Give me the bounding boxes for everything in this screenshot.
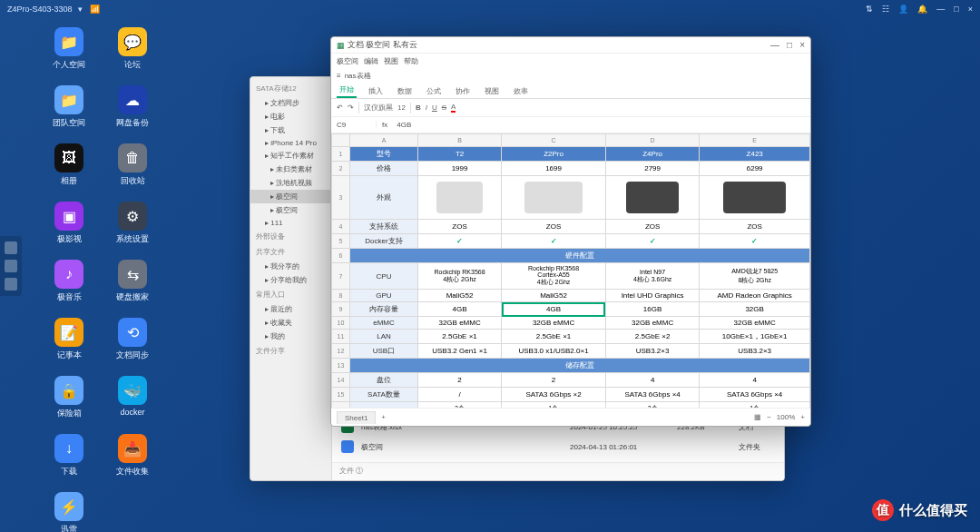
cell[interactable]: 2 [417,373,501,388]
maximize-button[interactable]: □ [787,40,792,50]
device-title[interactable]: Z4Pro-S403-3308 [7,5,73,14]
cell[interactable]: Z423 [700,147,810,162]
font-color-button[interactable]: A [451,103,456,113]
row-header[interactable]: 13 [332,359,350,373]
row-header[interactable]: 2 [332,162,350,176]
sidebar-item[interactable]: ▸ 文档同步 [250,96,331,110]
bold-button[interactable]: B [416,103,421,112]
spreadsheet-grid[interactable]: ABCDE1型号T2Z2ProZ4ProZ4232价格1999169927996… [331,133,810,408]
col-header[interactable]: D [605,134,699,147]
cell[interactable]: 外观 [350,176,418,220]
cell[interactable]: ZOS [502,220,606,234]
sidebar-item[interactable]: ▸ 分享给我的 [250,273,331,287]
cell[interactable]: USB3.0 x1/USB2.0×1 [502,344,606,359]
dropdown-icon[interactable]: ▾ [78,5,83,14]
ribbon-tab[interactable]: 数据 [395,84,415,98]
sidebar-item[interactable]: ▸ 极空间 [250,203,331,217]
desktop-icon[interactable]: 📁个人空间 [38,27,100,82]
cell[interactable]: 盘位 [350,373,418,388]
cell[interactable]: 32GB [700,302,810,317]
sidebar-item[interactable]: ▸ 我的 [250,330,331,343]
cell-reference[interactable]: C9 [331,121,377,129]
cell[interactable]: 2 [502,373,606,388]
cell[interactable] [502,176,606,220]
cell[interactable]: CPU [350,263,418,290]
sidebar-item[interactable]: ▸ 收藏夹 [250,316,331,330]
ss-filename[interactable]: nas表格 [345,71,371,81]
cell[interactable]: 价格 [350,162,418,176]
cell[interactable]: USB3.2×3 [700,344,810,359]
topbar-icon[interactable]: ☷ [882,5,889,14]
italic-button[interactable]: I [426,103,427,112]
sheet-tab[interactable]: Sheet1 [337,411,376,424]
cell[interactable]: Intel UHD Graphics [605,290,699,302]
cell[interactable]: ZOS [417,220,501,234]
desktop-icon[interactable]: ⚡迅雷 [38,492,100,532]
row-header[interactable]: 1 [332,147,350,162]
cell[interactable]: 2.5GbE ×1 [417,330,501,344]
ribbon-tab[interactable]: 公式 [424,84,444,98]
cell[interactable]: ZOS [605,220,699,234]
menu-item[interactable]: 帮助 [404,56,418,66]
cell[interactable]: eMMC [350,317,418,330]
cell[interactable]: MaliG52 [417,290,501,302]
ribbon-tab[interactable]: 插入 [366,84,386,98]
cell[interactable]: Intel N97 4核心 3.6Ghz [605,263,699,290]
cell[interactable]: 10GbE×1，1GbE×1 [700,330,810,344]
row-header[interactable]: 10 [332,317,350,330]
cell[interactable]: Z2Pro [502,147,606,162]
zoom-in-button[interactable]: + [800,413,805,421]
sidebar-item[interactable]: ▸ 下载 [250,123,331,137]
cell[interactable]: 1999 [417,162,501,176]
sidebar-item[interactable]: ▸ 111 [250,217,331,229]
row-header[interactable]: 12 [332,344,350,359]
desktop-icon[interactable]: ↓下载 [38,434,100,488]
view-mode-icon[interactable]: ▦ [754,413,761,421]
cell[interactable]: Docker支持 [350,234,418,249]
cell[interactable]: SATA3 6Gbps ×2 [502,388,606,402]
sidebar-item[interactable]: ▸ 我分享的 [250,260,331,273]
minimize-button[interactable]: — [770,40,779,50]
desktop-icon[interactable]: ♪极音乐 [38,260,100,314]
cell[interactable]: 4 [700,373,810,388]
desktop-icon[interactable]: 🐳docker [102,376,163,430]
cell[interactable]: 4GB [502,302,606,317]
cell[interactable]: 2799 [605,162,699,176]
row-header[interactable]: 11 [332,330,350,344]
cell[interactable]: 32GB eMMC [700,317,810,330]
desktop-icon[interactable]: ⚙系统设置 [102,202,163,256]
row-header[interactable]: 5 [332,234,350,249]
cell[interactable]: 16GB [605,302,699,317]
cell[interactable]: LAN [350,330,418,344]
section-header[interactable]: 硬件配置 [350,249,810,263]
add-sheet-button[interactable]: + [381,413,386,421]
wifi-icon[interactable]: 📶 [90,5,100,14]
col-header[interactable]: C [502,134,606,147]
sidebar-item[interactable]: ▸ iPhone 14 Pro [250,137,331,149]
menu-item[interactable]: 编辑 [364,56,378,66]
cell[interactable] [605,176,699,220]
col-header[interactable]: E [700,134,810,147]
cell[interactable]: 2.5GbE ×2 [605,330,699,344]
maximize-icon[interactable]: □ [954,5,958,14]
cell[interactable]: 4GB [417,302,501,317]
ribbon-tab[interactable]: 协作 [453,84,473,98]
row-header[interactable]: 9 [332,302,350,317]
cell[interactable]: USB3.2×3 [605,344,699,359]
formula-input[interactable]: 4GB [393,121,810,129]
cell[interactable]: AMD锐龙7 5825 8核心 2Ghz [700,263,810,290]
cell[interactable]: 2.5GbE ×1 [502,330,606,344]
cell[interactable]: USB口 [350,344,418,359]
file-row[interactable]: 极空间2024-04-13 01:26:01文件夹 [332,437,784,457]
cell[interactable]: GPU [350,290,418,302]
close-icon[interactable]: × [968,5,973,14]
desktop-icon[interactable]: ☁网盘备份 [102,85,163,140]
undo-button[interactable]: ↶ [337,103,343,112]
cell[interactable]: ✓ [502,234,606,249]
cell[interactable]: SATA3 6Gbps ×4 [700,388,810,402]
font-size[interactable]: 12 [397,103,406,112]
topbar-icon[interactable]: ⇅ [866,5,873,14]
ribbon-tab[interactable]: 开始 [337,83,357,98]
row-header[interactable]: 7 [332,263,350,290]
menu-item[interactable]: 极空间 [337,56,358,66]
